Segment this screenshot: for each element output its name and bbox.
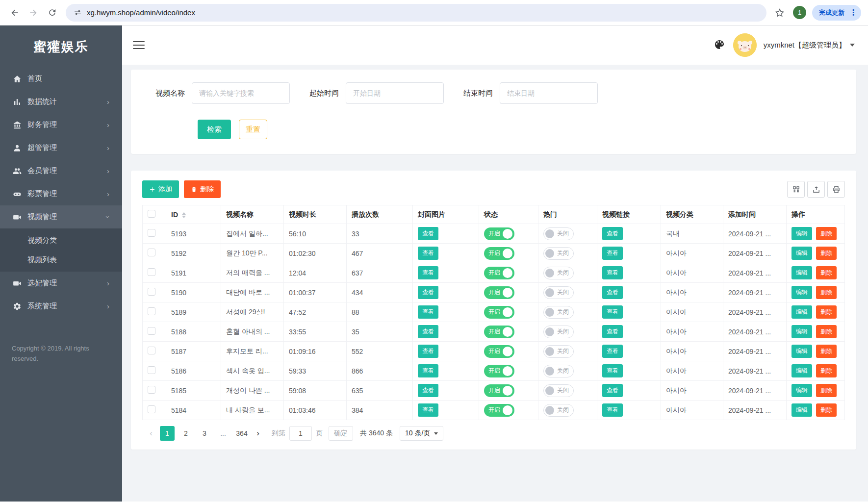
delete-button[interactable]: 删除 [816, 286, 837, 299]
status-toggle[interactable]: 开启 [484, 326, 514, 338]
start-date-input[interactable] [346, 82, 444, 104]
view-link-button[interactable]: 查看 [602, 364, 623, 377]
hot-toggle[interactable]: 关闭 [543, 384, 574, 397]
address-bar[interactable]: xg.hwym.shop/admin/video/index [66, 4, 766, 22]
edit-button[interactable]: 编辑 [791, 403, 812, 417]
delete-button[interactable]: 删除 [816, 247, 837, 260]
edit-button[interactable]: 编辑 [791, 266, 812, 279]
row-checkbox[interactable] [148, 229, 155, 237]
columns-filter-button[interactable] [787, 181, 805, 198]
menu-toggle-icon[interactable] [133, 39, 145, 51]
sidebar-subitem-1[interactable]: 视频列表 [0, 250, 122, 270]
sidebar-subitem-0[interactable]: 视频分类 [0, 230, 122, 250]
row-checkbox[interactable] [148, 249, 155, 256]
sidebar-item-2[interactable]: 财务管理› [0, 113, 122, 136]
row-checkbox[interactable] [148, 366, 155, 374]
view-link-button[interactable]: 查看 [602, 305, 623, 319]
status-toggle[interactable]: 开启 [484, 227, 514, 240]
hot-toggle[interactable]: 关闭 [543, 404, 574, 417]
row-checkbox[interactable] [148, 386, 155, 394]
sort-icon[interactable] [182, 212, 186, 218]
delete-button[interactable]: 删除 [816, 403, 837, 417]
bookmark-star-icon[interactable] [772, 5, 787, 20]
goto-page-input[interactable] [289, 426, 312, 441]
browser-back-icon[interactable] [7, 5, 23, 21]
sidebar-item-6[interactable]: 视频管理› [0, 205, 122, 228]
edit-button[interactable]: 编辑 [791, 364, 812, 377]
view-link-button[interactable]: 查看 [602, 227, 623, 240]
next-page-icon[interactable]: › [251, 426, 265, 441]
sidebar-item-5[interactable]: 彩票管理› [0, 182, 122, 205]
add-button[interactable]: 添加 [142, 180, 179, 198]
view-cover-button[interactable]: 查看 [418, 403, 438, 417]
hot-toggle[interactable]: 关闭 [543, 345, 574, 358]
view-cover-button[interactable]: 查看 [418, 247, 438, 260]
site-settings-icon[interactable] [74, 8, 82, 17]
hot-toggle[interactable]: 关闭 [543, 326, 574, 338]
delete-button[interactable]: 删除 [816, 305, 837, 319]
status-toggle[interactable]: 开启 [484, 345, 514, 358]
view-cover-button[interactable]: 查看 [418, 325, 438, 338]
per-page-select[interactable]: 10 条/页 [400, 426, 443, 441]
status-toggle[interactable]: 开启 [484, 267, 514, 279]
page-button-364[interactable]: 364 [234, 426, 249, 441]
row-checkbox[interactable] [148, 327, 155, 335]
edit-button[interactable]: 编辑 [791, 325, 812, 338]
edit-button[interactable]: 编辑 [791, 305, 812, 319]
browser-forward-icon[interactable] [26, 5, 41, 21]
select-all-checkbox[interactable] [148, 210, 155, 218]
view-link-button[interactable]: 查看 [602, 403, 623, 417]
hot-toggle[interactable]: 关闭 [543, 227, 574, 240]
browser-profile-avatar[interactable]: 1 [793, 6, 806, 19]
search-button[interactable]: 检索 [198, 120, 231, 139]
edit-button[interactable]: 编辑 [791, 227, 812, 240]
edit-button[interactable]: 编辑 [791, 384, 812, 397]
status-toggle[interactable]: 开启 [484, 306, 514, 319]
row-checkbox[interactable] [148, 288, 155, 296]
view-link-button[interactable]: 查看 [602, 325, 623, 338]
browser-menu-icon[interactable]: ⋮ [848, 9, 858, 17]
sidebar-item-0[interactable]: 首页 [0, 67, 122, 90]
status-toggle[interactable]: 开启 [484, 365, 514, 377]
status-toggle[interactable]: 开启 [484, 404, 514, 417]
status-toggle[interactable]: 开启 [484, 247, 514, 260]
view-link-button[interactable]: 查看 [602, 384, 623, 397]
print-button[interactable] [827, 181, 845, 198]
hot-toggle[interactable]: 关闭 [543, 365, 574, 377]
delete-button[interactable]: 删除 [816, 345, 837, 358]
page-button-3[interactable]: 3 [197, 426, 212, 441]
theme-palette-icon[interactable] [714, 39, 726, 51]
status-toggle[interactable]: 开启 [484, 384, 514, 397]
page-button-2[interactable]: 2 [179, 426, 193, 441]
delete-button[interactable]: 删除 [816, 384, 837, 397]
browser-reload-icon[interactable] [44, 5, 60, 21]
view-link-button[interactable]: 查看 [602, 247, 623, 260]
hot-toggle[interactable]: 关闭 [543, 267, 574, 279]
delete-button[interactable]: 删除 [816, 266, 837, 279]
video-name-input[interactable] [192, 82, 290, 104]
view-cover-button[interactable]: 查看 [418, 305, 438, 319]
status-toggle[interactable]: 开启 [484, 286, 514, 299]
goto-confirm-button[interactable]: 确定 [329, 426, 353, 441]
row-checkbox[interactable] [148, 405, 155, 413]
view-link-button[interactable]: 查看 [602, 286, 623, 299]
delete-button[interactable]: 删除 [816, 364, 837, 377]
view-cover-button[interactable]: 查看 [418, 266, 438, 279]
bulk-delete-button[interactable]: 删除 [184, 180, 221, 198]
edit-button[interactable]: 编辑 [791, 345, 812, 358]
edit-button[interactable]: 编辑 [791, 247, 812, 260]
view-link-button[interactable]: 查看 [602, 266, 623, 279]
end-date-input[interactable] [500, 82, 598, 104]
view-cover-button[interactable]: 查看 [418, 384, 438, 397]
delete-button[interactable]: 删除 [816, 227, 837, 240]
reset-button[interactable]: 重置 [239, 120, 267, 139]
sidebar-item-1[interactable]: 数据统计› [0, 90, 122, 113]
export-button[interactable] [807, 181, 825, 198]
hot-toggle[interactable]: 关闭 [543, 306, 574, 319]
hot-toggle[interactable]: 关闭 [543, 247, 574, 260]
edit-button[interactable]: 编辑 [791, 286, 812, 299]
url-text[interactable]: xg.hwym.shop/admin/video/index [87, 8, 195, 17]
view-cover-button[interactable]: 查看 [418, 286, 438, 299]
view-link-button[interactable]: 查看 [602, 345, 623, 358]
row-checkbox[interactable] [148, 268, 155, 276]
